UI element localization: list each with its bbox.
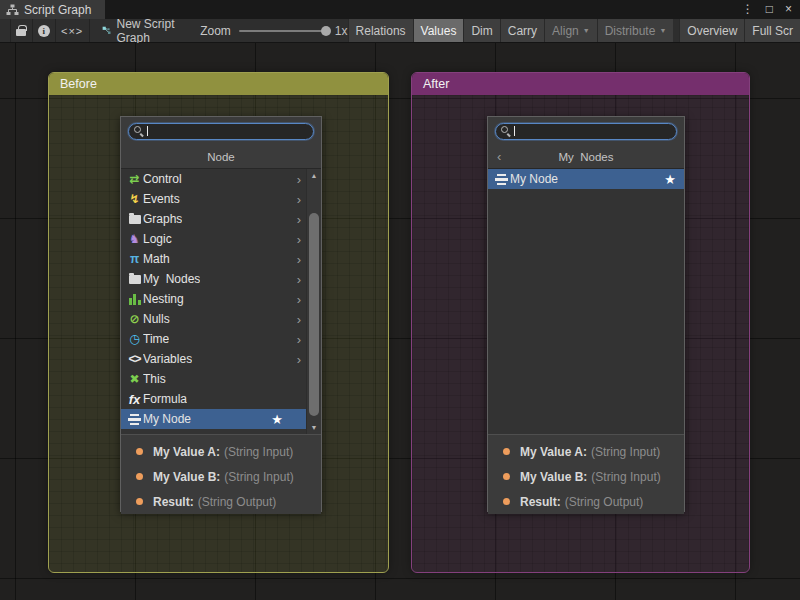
finder-item-graphs[interactable]: Graphs › — [121, 209, 321, 229]
search-icon — [134, 126, 144, 136]
info-icon — [38, 25, 50, 37]
new-script-graph-button[interactable]: New Script Graph — [90, 19, 186, 42]
chevron-right-icon: › — [297, 313, 301, 326]
relations-label: Relations — [356, 24, 406, 38]
finder-item-variables[interactable]: <> Variables › — [121, 349, 321, 369]
port-type: (String Output) — [565, 495, 644, 509]
back-chevron-icon[interactable]: ‹ — [497, 145, 501, 169]
window-controls: ⋮ □ × — [742, 0, 800, 19]
text-caret — [147, 126, 148, 136]
tab-script-graph[interactable]: Script Graph — [0, 0, 105, 19]
math-icon: π — [126, 253, 143, 265]
chevron-right-icon: › — [297, 213, 301, 226]
text-caret — [514, 126, 515, 136]
finder-item-my-node[interactable]: My Node ★ — [121, 409, 321, 429]
port-row: Result: (String Output) — [488, 489, 684, 514]
search-row — [488, 117, 684, 145]
port-label: My Value B: — [520, 470, 587, 484]
values-label: Values — [421, 24, 457, 38]
port-dot-icon — [136, 473, 143, 480]
finder-item-logic[interactable]: ♞ Logic › — [121, 229, 321, 249]
chevron-right-icon: › — [297, 253, 301, 266]
group-after-header[interactable]: After — [412, 73, 749, 95]
group-before-header[interactable]: Before — [49, 73, 388, 95]
finder-item-label: My Node — [143, 412, 191, 426]
finder-item-label: This — [143, 372, 166, 386]
finder-item-this[interactable]: ✖ This — [121, 369, 321, 389]
graph-canvas[interactable]: Before After Node ⇄ Control — [0, 43, 800, 600]
close-icon[interactable]: × — [785, 0, 792, 19]
scrollbar[interactable]: ▲ ▼ — [306, 169, 321, 434]
search-input[interactable] — [495, 123, 677, 140]
finder-item-my-node[interactable]: My Node ★ — [488, 169, 684, 189]
port-type: (String Input) — [591, 445, 660, 459]
toolbar: <×> New Script Graph Zoom 1x Relations V… — [0, 19, 800, 43]
values-button[interactable]: Values — [413, 19, 464, 42]
finder-item-label: Control — [143, 172, 182, 186]
node-edge-icon — [102, 24, 111, 37]
fullscreen-button[interactable]: Full Scr — [744, 19, 800, 42]
scroll-down-icon[interactable]: ▼ — [307, 421, 321, 434]
port-label: Result: — [153, 495, 194, 509]
logic-icon: ♞ — [126, 233, 143, 245]
carry-button[interactable]: Carry — [500, 19, 544, 42]
port-dot-icon — [503, 498, 510, 505]
finder-item-my-nodes[interactable]: My Nodes › — [121, 269, 321, 289]
graph-inspector-button[interactable] — [33, 19, 55, 42]
finder-item-nulls[interactable]: ⊘ Nulls › — [121, 309, 321, 329]
code-brackets-icon: <×> — [61, 25, 83, 37]
chevron-down-icon: ▼ — [659, 27, 666, 34]
favorite-star-icon[interactable]: ★ — [664, 173, 676, 186]
finder-item-math[interactable]: π Math › — [121, 249, 321, 269]
zoom-slider-knob[interactable] — [321, 26, 331, 36]
favorite-star-icon[interactable]: ★ — [271, 413, 283, 426]
port-label: Result: — [520, 495, 561, 509]
finder-breadcrumb: Node — [121, 145, 321, 169]
search-input[interactable] — [128, 123, 314, 140]
zoom-value: 1x — [335, 24, 348, 38]
finder-item-time[interactable]: ◷ Time › — [121, 329, 321, 349]
chevron-right-icon: › — [297, 293, 301, 306]
maximize-icon[interactable]: □ — [766, 0, 773, 19]
finder-item-formula[interactable]: fx Formula — [121, 389, 321, 409]
chevron-right-icon: › — [297, 233, 301, 246]
port-row: Result: (String Output) — [121, 489, 321, 514]
port-row: My Value A: (String Input) — [488, 439, 684, 464]
overview-button[interactable]: Overview — [679, 19, 744, 42]
dim-label: Dim — [471, 24, 492, 38]
script-graph-window: Script Graph ⋮ □ × <×> New Script Graph — [0, 0, 800, 600]
port-dot-icon — [136, 498, 143, 505]
scrollbar-thumb[interactable] — [309, 213, 319, 416]
port-type: (String Input) — [224, 445, 293, 459]
zoom-control: Zoom 1x — [186, 19, 347, 42]
finder-title: Node — [207, 151, 235, 163]
distribute-dropdown[interactable]: Distribute ▼ — [597, 19, 674, 42]
formula-icon: fx — [126, 393, 143, 406]
this-icon: ✖ — [126, 373, 143, 385]
finder-item-label: Variables — [143, 352, 192, 366]
lock-button[interactable] — [11, 19, 33, 42]
node-preview-ports: My Value A: (String Input) My Value B: (… — [121, 434, 321, 514]
dim-button[interactable]: Dim — [463, 19, 499, 42]
finder-item-control[interactable]: ⇄ Control › — [121, 169, 321, 189]
events-icon: ↯ — [126, 193, 143, 205]
chevron-right-icon: › — [297, 273, 301, 286]
port-type: (String Input) — [591, 470, 660, 484]
window-menu-icon[interactable]: ⋮ — [742, 0, 754, 19]
align-dropdown[interactable]: Align ▼ — [544, 19, 597, 42]
zoom-slider[interactable] — [239, 30, 327, 32]
finder-item-nesting[interactable]: Nesting › — [121, 289, 321, 309]
scroll-up-icon[interactable]: ▲ — [307, 169, 321, 182]
finder-item-label: Logic — [143, 232, 172, 246]
node-preview-ports: My Value A: (String Input) My Value B: (… — [488, 434, 684, 514]
overview-label: Overview — [687, 24, 737, 38]
code-preview-button[interactable]: <×> — [56, 19, 90, 42]
finder-item-events[interactable]: ↯ Events › — [121, 189, 321, 209]
port-label: My Value A: — [153, 445, 220, 459]
zoom-label: Zoom — [200, 24, 231, 38]
fullscreen-label: Full Scr — [752, 24, 793, 38]
script-graph-icon — [6, 4, 19, 16]
toolbar-spacer — [0, 19, 11, 42]
relations-button[interactable]: Relations — [348, 19, 413, 42]
control-icon: ⇄ — [126, 173, 143, 185]
